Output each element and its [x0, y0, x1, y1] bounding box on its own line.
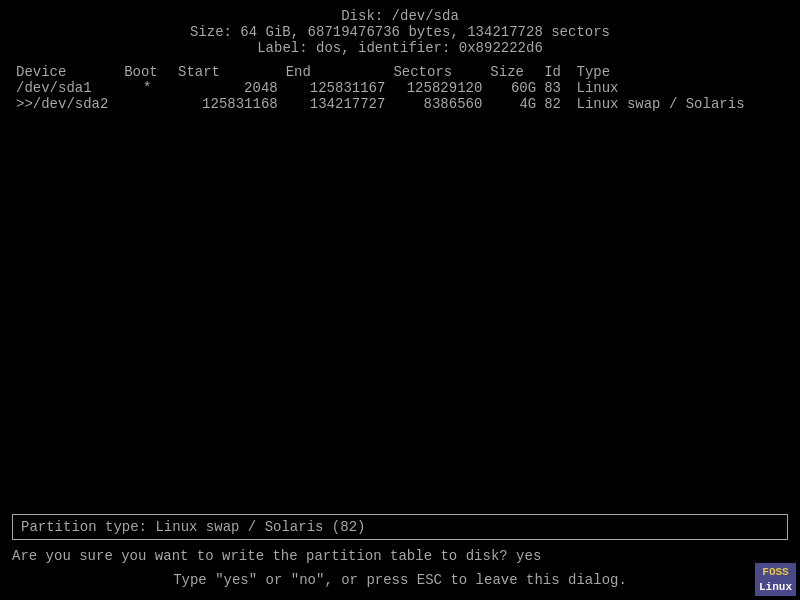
disk-size-line: Size: 64 GiB, 68719476736 bytes, 1342177… [12, 24, 788, 40]
table-row: >>/dev/sda212583116813421772783865604G82… [12, 96, 788, 112]
main-content: Disk: /dev/sda Size: 64 GiB, 68719476736… [0, 0, 800, 120]
disk-header: Disk: /dev/sda Size: 64 GiB, 68719476736… [12, 8, 788, 56]
col-header-boot: Boot [120, 64, 174, 80]
table-cell: 4G [486, 96, 540, 112]
table-cell: 125829120 [389, 80, 486, 96]
disk-label-line: Label: dos, identifier: 0x892222d6 [12, 40, 788, 56]
table-cell: 82 [540, 96, 572, 112]
col-header-device: Device [12, 64, 120, 80]
linux-text: Linux [759, 580, 792, 594]
table-cell: Linux swap / Solaris [573, 96, 789, 112]
table-cell: * [120, 80, 174, 96]
col-header-end: End [282, 64, 390, 80]
instruction-line: Type "yes" or "no", or press ESC to leav… [12, 572, 788, 588]
foss-badge: FOSS Linux [755, 563, 796, 596]
table-cell [120, 96, 174, 112]
col-header-start: Start [174, 64, 282, 80]
table-header-row: Device Boot Start End Sectors Size Id Ty… [12, 64, 788, 80]
foss-text: FOSS [759, 565, 792, 579]
confirm-line: Are you sure you want to write the parti… [12, 548, 788, 564]
table-cell: 83 [540, 80, 572, 96]
table-cell: >>/dev/sda2 [12, 96, 120, 112]
table-row: /dev/sda1*204812583116712582912060G83Lin… [12, 80, 788, 96]
table-cell: /dev/sda1 [12, 80, 120, 96]
table-cell: 2048 [174, 80, 282, 96]
bottom-panel: Partition type: Linux swap / Solaris (82… [0, 506, 800, 600]
col-header-id: Id [540, 64, 572, 80]
col-header-size: Size [486, 64, 540, 80]
table-cell: 8386560 [389, 96, 486, 112]
table-cell: Linux [573, 80, 789, 96]
partition-table: Device Boot Start End Sectors Size Id Ty… [12, 64, 788, 112]
table-cell: 125831168 [174, 96, 282, 112]
col-header-type: Type [573, 64, 789, 80]
table-cell: 60G [486, 80, 540, 96]
table-cell: 125831167 [282, 80, 390, 96]
col-header-sectors: Sectors [389, 64, 486, 80]
disk-title: Disk: /dev/sda [12, 8, 788, 24]
table-cell: 134217727 [282, 96, 390, 112]
partition-type-box: Partition type: Linux swap / Solaris (82… [12, 514, 788, 540]
